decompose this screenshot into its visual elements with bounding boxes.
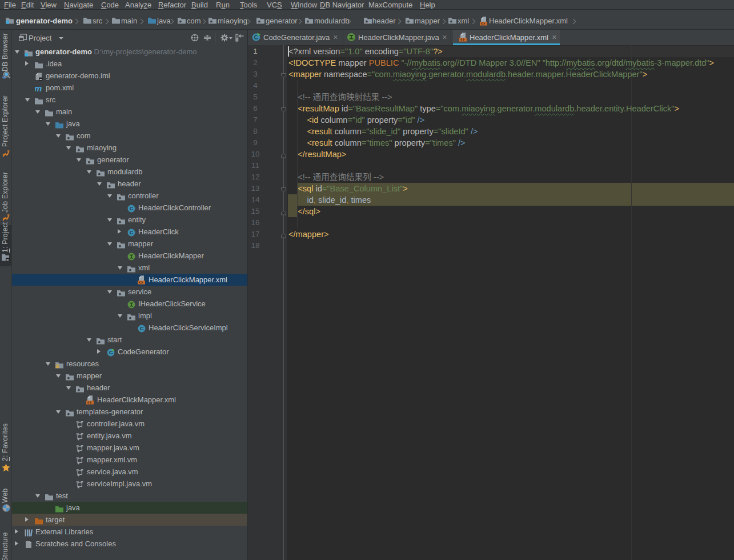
svg-text:C: C [130, 205, 134, 211]
svg-text:C: C [130, 229, 134, 235]
svg-text:C: C [140, 325, 144, 331]
svg-text:m: m [35, 85, 42, 93]
